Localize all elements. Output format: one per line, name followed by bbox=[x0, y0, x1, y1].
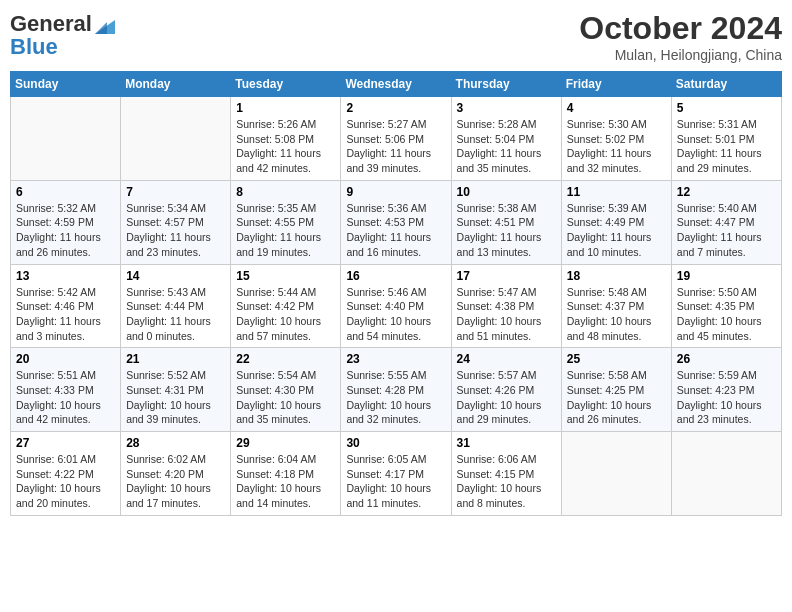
day-number: 10 bbox=[457, 185, 556, 199]
sunset-text: Sunset: 4:55 PM bbox=[236, 216, 314, 228]
sunset-text: Sunset: 5:01 PM bbox=[677, 133, 755, 145]
day-info: Sunrise: 5:36 AM Sunset: 4:53 PM Dayligh… bbox=[346, 201, 445, 260]
weekday-header-tuesday: Tuesday bbox=[231, 72, 341, 97]
day-info: Sunrise: 5:40 AM Sunset: 4:47 PM Dayligh… bbox=[677, 201, 776, 260]
calendar-table: SundayMondayTuesdayWednesdayThursdayFrid… bbox=[10, 71, 782, 516]
day-info: Sunrise: 6:04 AM Sunset: 4:18 PM Dayligh… bbox=[236, 452, 335, 511]
sunset-text: Sunset: 4:20 PM bbox=[126, 468, 204, 480]
sunrise-text: Sunrise: 5:50 AM bbox=[677, 286, 757, 298]
sunset-text: Sunset: 4:15 PM bbox=[457, 468, 535, 480]
sunset-text: Sunset: 4:30 PM bbox=[236, 384, 314, 396]
sunrise-text: Sunrise: 5:39 AM bbox=[567, 202, 647, 214]
sunrise-text: Sunrise: 5:43 AM bbox=[126, 286, 206, 298]
day-number: 2 bbox=[346, 101, 445, 115]
day-number: 21 bbox=[126, 352, 225, 366]
calendar-cell: 15 Sunrise: 5:44 AM Sunset: 4:42 PM Dayl… bbox=[231, 264, 341, 348]
logo-blue: Blue bbox=[10, 34, 58, 60]
calendar-cell: 11 Sunrise: 5:39 AM Sunset: 4:49 PM Dayl… bbox=[561, 180, 671, 264]
sunrise-text: Sunrise: 5:52 AM bbox=[126, 369, 206, 381]
calendar-cell: 26 Sunrise: 5:59 AM Sunset: 4:23 PM Dayl… bbox=[671, 348, 781, 432]
calendar-week-row: 20 Sunrise: 5:51 AM Sunset: 4:33 PM Dayl… bbox=[11, 348, 782, 432]
svg-marker-1 bbox=[95, 22, 107, 34]
daylight-text: Daylight: 10 hours and 20 minutes. bbox=[16, 482, 101, 509]
daylight-text: Daylight: 11 hours and 16 minutes. bbox=[346, 231, 431, 258]
daylight-text: Daylight: 10 hours and 39 minutes. bbox=[126, 399, 211, 426]
sunset-text: Sunset: 4:46 PM bbox=[16, 300, 94, 312]
day-number: 30 bbox=[346, 436, 445, 450]
daylight-text: Daylight: 11 hours and 3 minutes. bbox=[16, 315, 101, 342]
calendar-cell: 23 Sunrise: 5:55 AM Sunset: 4:28 PM Dayl… bbox=[341, 348, 451, 432]
calendar-cell: 21 Sunrise: 5:52 AM Sunset: 4:31 PM Dayl… bbox=[121, 348, 231, 432]
sunset-text: Sunset: 4:47 PM bbox=[677, 216, 755, 228]
weekday-header-thursday: Thursday bbox=[451, 72, 561, 97]
weekday-header-sunday: Sunday bbox=[11, 72, 121, 97]
day-info: Sunrise: 6:02 AM Sunset: 4:20 PM Dayligh… bbox=[126, 452, 225, 511]
calendar-cell: 3 Sunrise: 5:28 AM Sunset: 5:04 PM Dayli… bbox=[451, 97, 561, 181]
calendar-cell: 20 Sunrise: 5:51 AM Sunset: 4:33 PM Dayl… bbox=[11, 348, 121, 432]
day-info: Sunrise: 5:46 AM Sunset: 4:40 PM Dayligh… bbox=[346, 285, 445, 344]
calendar-cell: 9 Sunrise: 5:36 AM Sunset: 4:53 PM Dayli… bbox=[341, 180, 451, 264]
calendar-cell: 14 Sunrise: 5:43 AM Sunset: 4:44 PM Dayl… bbox=[121, 264, 231, 348]
sunset-text: Sunset: 4:49 PM bbox=[567, 216, 645, 228]
sunset-text: Sunset: 4:40 PM bbox=[346, 300, 424, 312]
calendar-cell: 12 Sunrise: 5:40 AM Sunset: 4:47 PM Dayl… bbox=[671, 180, 781, 264]
daylight-text: Daylight: 11 hours and 26 minutes. bbox=[16, 231, 101, 258]
sunrise-text: Sunrise: 5:27 AM bbox=[346, 118, 426, 130]
calendar-cell: 18 Sunrise: 5:48 AM Sunset: 4:37 PM Dayl… bbox=[561, 264, 671, 348]
daylight-text: Daylight: 10 hours and 42 minutes. bbox=[16, 399, 101, 426]
daylight-text: Daylight: 10 hours and 51 minutes. bbox=[457, 315, 542, 342]
calendar-cell: 27 Sunrise: 6:01 AM Sunset: 4:22 PM Dayl… bbox=[11, 432, 121, 516]
logo: General Blue bbox=[10, 10, 115, 60]
calendar-cell: 1 Sunrise: 5:26 AM Sunset: 5:08 PM Dayli… bbox=[231, 97, 341, 181]
calendar-cell: 8 Sunrise: 5:35 AM Sunset: 4:55 PM Dayli… bbox=[231, 180, 341, 264]
sunset-text: Sunset: 4:31 PM bbox=[126, 384, 204, 396]
page-header: General Blue October 2024 Mulan, Heilong… bbox=[10, 10, 782, 63]
calendar-cell: 24 Sunrise: 5:57 AM Sunset: 4:26 PM Dayl… bbox=[451, 348, 561, 432]
sunset-text: Sunset: 4:33 PM bbox=[16, 384, 94, 396]
day-info: Sunrise: 5:58 AM Sunset: 4:25 PM Dayligh… bbox=[567, 368, 666, 427]
sunrise-text: Sunrise: 5:36 AM bbox=[346, 202, 426, 214]
daylight-text: Daylight: 11 hours and 7 minutes. bbox=[677, 231, 762, 258]
day-info: Sunrise: 5:44 AM Sunset: 4:42 PM Dayligh… bbox=[236, 285, 335, 344]
sunrise-text: Sunrise: 6:02 AM bbox=[126, 453, 206, 465]
calendar-cell: 10 Sunrise: 5:38 AM Sunset: 4:51 PM Dayl… bbox=[451, 180, 561, 264]
day-info: Sunrise: 5:55 AM Sunset: 4:28 PM Dayligh… bbox=[346, 368, 445, 427]
daylight-text: Daylight: 11 hours and 35 minutes. bbox=[457, 147, 542, 174]
calendar-week-row: 6 Sunrise: 5:32 AM Sunset: 4:59 PM Dayli… bbox=[11, 180, 782, 264]
day-info: Sunrise: 5:48 AM Sunset: 4:37 PM Dayligh… bbox=[567, 285, 666, 344]
calendar-header-row: SundayMondayTuesdayWednesdayThursdayFrid… bbox=[11, 72, 782, 97]
day-number: 1 bbox=[236, 101, 335, 115]
day-number: 20 bbox=[16, 352, 115, 366]
daylight-text: Daylight: 10 hours and 48 minutes. bbox=[567, 315, 652, 342]
sunrise-text: Sunrise: 6:04 AM bbox=[236, 453, 316, 465]
calendar-cell: 7 Sunrise: 5:34 AM Sunset: 4:57 PM Dayli… bbox=[121, 180, 231, 264]
sunrise-text: Sunrise: 5:51 AM bbox=[16, 369, 96, 381]
day-number: 14 bbox=[126, 269, 225, 283]
day-number: 19 bbox=[677, 269, 776, 283]
day-number: 11 bbox=[567, 185, 666, 199]
sunrise-text: Sunrise: 5:44 AM bbox=[236, 286, 316, 298]
day-number: 29 bbox=[236, 436, 335, 450]
sunrise-text: Sunrise: 5:54 AM bbox=[236, 369, 316, 381]
sunrise-text: Sunrise: 5:30 AM bbox=[567, 118, 647, 130]
daylight-text: Daylight: 11 hours and 32 minutes. bbox=[567, 147, 652, 174]
calendar-body: 1 Sunrise: 5:26 AM Sunset: 5:08 PM Dayli… bbox=[11, 97, 782, 516]
day-number: 26 bbox=[677, 352, 776, 366]
day-number: 24 bbox=[457, 352, 556, 366]
day-info: Sunrise: 5:42 AM Sunset: 4:46 PM Dayligh… bbox=[16, 285, 115, 344]
daylight-text: Daylight: 11 hours and 10 minutes. bbox=[567, 231, 652, 258]
sunset-text: Sunset: 4:28 PM bbox=[346, 384, 424, 396]
sunrise-text: Sunrise: 6:05 AM bbox=[346, 453, 426, 465]
day-info: Sunrise: 5:38 AM Sunset: 4:51 PM Dayligh… bbox=[457, 201, 556, 260]
daylight-text: Daylight: 10 hours and 14 minutes. bbox=[236, 482, 321, 509]
day-number: 31 bbox=[457, 436, 556, 450]
sunset-text: Sunset: 4:17 PM bbox=[346, 468, 424, 480]
daylight-text: Daylight: 10 hours and 17 minutes. bbox=[126, 482, 211, 509]
sunrise-text: Sunrise: 5:28 AM bbox=[457, 118, 537, 130]
sunrise-text: Sunrise: 5:38 AM bbox=[457, 202, 537, 214]
sunrise-text: Sunrise: 5:31 AM bbox=[677, 118, 757, 130]
day-number: 12 bbox=[677, 185, 776, 199]
calendar-cell: 5 Sunrise: 5:31 AM Sunset: 5:01 PM Dayli… bbox=[671, 97, 781, 181]
daylight-text: Daylight: 10 hours and 45 minutes. bbox=[677, 315, 762, 342]
calendar-cell: 13 Sunrise: 5:42 AM Sunset: 4:46 PM Dayl… bbox=[11, 264, 121, 348]
